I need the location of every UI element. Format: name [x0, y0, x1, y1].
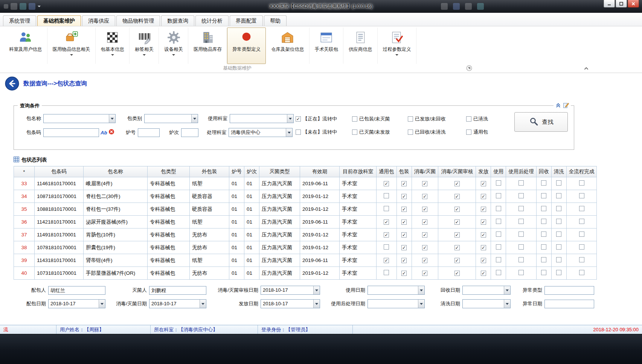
- column-header-outer-wrap[interactable]: 外包装: [190, 166, 229, 177]
- furnace-no-input[interactable]: [138, 128, 160, 137]
- column-header-package-type[interactable]: 包类型: [148, 166, 190, 177]
- column-header-current-dept[interactable]: 目前存放科室: [340, 166, 377, 177]
- edit-panel-icon[interactable]: [563, 102, 569, 110]
- status-checkbox-flag-recycled[interactable]: [541, 193, 546, 198]
- status-checkbox-flag-recycled[interactable]: [541, 244, 546, 250]
- chevron-down-icon[interactable]: [313, 286, 320, 294]
- status-checkbox-flag-used[interactable]: [496, 270, 501, 275]
- status-checkbox-flag-recycled[interactable]: [541, 257, 546, 262]
- status-checkbox-flag-complete[interactable]: [579, 257, 584, 262]
- checkbox-icon[interactable]: [408, 116, 413, 122]
- status-checkbox-flag-issued[interactable]: ✓: [481, 219, 486, 225]
- status-checkbox-flag-washed[interactable]: [556, 257, 561, 262]
- post-use-date-combo[interactable]: [368, 299, 425, 308]
- tab-help[interactable]: 帮助: [264, 15, 287, 26]
- table-row[interactable]: 3611421810170001泌尿开腹器械(6件)专科器械包纸塑0101压力蒸…: [14, 216, 597, 228]
- tab-system-management[interactable]: 系统管理: [3, 15, 36, 26]
- status-checkbox-flag-washed[interactable]: [556, 180, 561, 186]
- status-checkbox-flag-complete[interactable]: [579, 231, 584, 237]
- chevron-down-icon[interactable]: [200, 300, 206, 308]
- status-checkbox-flag-steril-audit[interactable]: ✓: [454, 258, 460, 263]
- status-checkbox-flag-sterilized[interactable]: ✓: [422, 181, 427, 186]
- status-checkbox-flag-common[interactable]: ✓: [384, 219, 389, 225]
- status-checkbox-flag-common[interactable]: [384, 270, 389, 275]
- furnace-batch-input[interactable]: [181, 128, 198, 137]
- quick-access-menu-icon[interactable]: [38, 6, 41, 7]
- status-checkbox-flag-used[interactable]: [496, 219, 501, 224]
- column-header-flag-washed[interactable]: 清洗: [551, 166, 566, 177]
- column-header-flag-steril-audit[interactable]: 消毒/灭菌审核: [438, 166, 476, 177]
- status-checkbox-flag-packed[interactable]: ✓: [401, 258, 407, 263]
- abnormal-date-input[interactable]: [544, 300, 594, 308]
- status-checkbox-flag-washed[interactable]: [556, 193, 561, 198]
- status-checkbox-flag-washed[interactable]: [556, 206, 561, 211]
- tab-interface-config[interactable]: 界面配置: [230, 15, 263, 26]
- status-checkbox-flag-recycled[interactable]: [541, 180, 546, 186]
- chevron-down-icon[interactable]: [504, 300, 510, 308]
- chevron-down-icon[interactable]: [109, 114, 115, 123]
- ribbon-item-medical-item-stock[interactable]: 医用物品库存: [188, 27, 227, 64]
- steril-date-combo[interactable]: 2018-10-17: [149, 299, 206, 308]
- column-header-row-number[interactable]: *: [14, 166, 35, 177]
- status-checkbox-flag-issued[interactable]: ✓: [481, 258, 486, 263]
- status-checkbox-flag-steril-audit[interactable]: ✓: [454, 194, 460, 199]
- package-barcode-input[interactable]: [43, 128, 99, 137]
- column-header-expiry-date[interactable]: 有效期: [300, 166, 340, 177]
- maximize-button[interactable]: [616, 0, 627, 8]
- sterilizer-input[interactable]: 刘鹏程: [149, 286, 206, 295]
- status-checkbox-flag-recycled[interactable]: [541, 219, 546, 224]
- checkbox-icon[interactable]: [466, 116, 471, 122]
- status-checkbox-flag-used[interactable]: [496, 231, 501, 237]
- status-checkbox-flag-steril-audit[interactable]: ✓: [454, 181, 460, 186]
- process-dept-combo[interactable]: 消毒供应中心: [229, 128, 293, 137]
- chevron-down-icon[interactable]: [287, 114, 293, 123]
- chevron-down-icon[interactable]: [313, 300, 320, 308]
- status-checkbox-flag-complete[interactable]: [579, 270, 584, 275]
- status-checkbox-flag-complete[interactable]: [579, 193, 584, 198]
- package-name-combo[interactable]: [43, 114, 116, 123]
- column-header-furnace-no[interactable]: 炉号: [229, 166, 244, 177]
- tab-data-query[interactable]: 数据查询: [161, 15, 194, 26]
- status-checkbox-flag-steril-audit[interactable]: ✓: [454, 232, 460, 238]
- recycle-date-combo[interactable]: [462, 286, 511, 295]
- tab-goods-material-management[interactable]: 物品物料管理: [116, 15, 160, 26]
- status-checkbox-flag-used[interactable]: [496, 244, 501, 250]
- status-checkbox-flag-post-use[interactable]: [518, 219, 524, 224]
- table-row[interactable]: 3410871810170001脊柱包二(30件)专科器械包硬质容器0101压力…: [14, 190, 597, 203]
- column-header-furnace-batch[interactable]: 炉次: [244, 166, 259, 177]
- use-date-combo[interactable]: [368, 286, 425, 295]
- use-dept-combo[interactable]: [230, 114, 294, 123]
- column-header-sterilization-type[interactable]: 灭菌类型: [259, 166, 300, 177]
- chevron-down-icon[interactable]: [418, 286, 424, 294]
- status-checkbox-flag-issued[interactable]: ✓: [481, 181, 486, 186]
- status-checkbox-flag-sterilized[interactable]: ✓: [422, 219, 427, 225]
- checkbox-icon[interactable]: [296, 129, 301, 135]
- status-checkbox-flag-packed[interactable]: ✓: [401, 194, 407, 199]
- status-checkbox-flag-common[interactable]: [384, 244, 389, 250]
- query-checkbox-in-circulation[interactable]: ✓【正在】流转中: [296, 116, 352, 122]
- status-checkbox-flag-common[interactable]: [384, 206, 389, 211]
- status-checkbox-flag-issued[interactable]: ✓: [481, 207, 486, 212]
- column-header-flag-recycled[interactable]: 回收: [536, 166, 551, 177]
- ribbon-item-warehouse-shelf-info[interactable]: 仓库及架位信息: [266, 27, 310, 64]
- status-checkbox-flag-washed[interactable]: [556, 219, 561, 224]
- status-checkbox-flag-recycled[interactable]: [541, 206, 546, 211]
- checkbox-icon[interactable]: [352, 116, 357, 122]
- back-button[interactable]: [5, 76, 20, 91]
- column-header-flag-common[interactable]: 通用包: [377, 166, 397, 177]
- status-checkbox-flag-used[interactable]: [496, 193, 501, 198]
- status-checkbox-flag-complete[interactable]: [579, 206, 584, 211]
- status-checkbox-flag-packed[interactable]: ✓: [401, 219, 407, 225]
- status-checkbox-flag-post-use[interactable]: [518, 193, 524, 198]
- wash-date-combo[interactable]: [462, 299, 511, 308]
- tab-basic-archive-maintenance[interactable]: 基础档案维护: [37, 15, 81, 26]
- status-checkbox-flag-packed[interactable]: ✓: [401, 232, 407, 238]
- status-checkbox-flag-issued[interactable]: ✓: [481, 194, 486, 199]
- status-checkbox-flag-post-use[interactable]: [518, 244, 524, 250]
- status-checkbox-flag-sterilized[interactable]: ✓: [422, 194, 427, 199]
- status-checkbox-flag-steril-audit[interactable]: ✓: [454, 207, 460, 212]
- ribbon-item-medical-item-info[interactable]: 医用物品信息相关: [47, 27, 96, 64]
- status-checkbox-flag-packed[interactable]: ✓: [401, 245, 407, 250]
- status-checkbox-flag-washed[interactable]: [556, 270, 561, 275]
- spellcheck-icon[interactable]: Ab: [101, 130, 107, 136]
